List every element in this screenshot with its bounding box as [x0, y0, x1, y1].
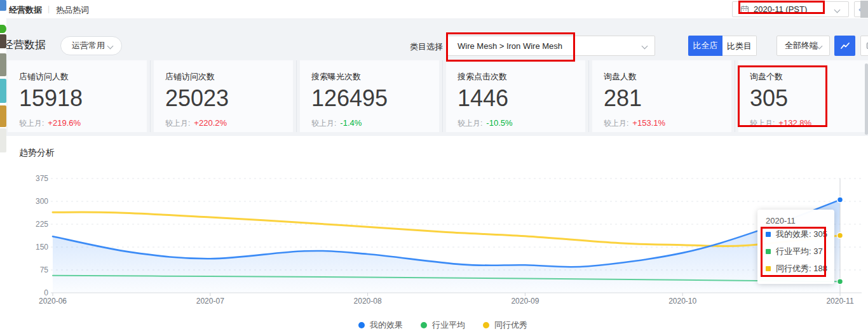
dashboard-screen: 经营数据 | 热品热词 2020-11 (PST) 经营数据 运营常用 类目选择…	[0, 0, 868, 336]
thumbnail-image	[0, 34, 6, 48]
chart-view-button[interactable]	[834, 36, 855, 56]
stat-card-mom: 较上月:-1.4%	[311, 118, 439, 129]
thumbnail-image	[0, 79, 6, 103]
svg-text:375: 375	[36, 174, 48, 183]
stat-card-label: 店铺访问次数	[165, 71, 293, 83]
svg-text:75: 75	[40, 265, 49, 274]
tooltip-row-0: 我的效果: 305	[766, 225, 834, 243]
mom-label: 较上月:	[19, 119, 44, 128]
stat-card-value: 126495	[311, 87, 439, 110]
legend-label: 同行优秀	[494, 319, 527, 331]
legend-dot-icon	[421, 322, 427, 328]
compare-category-button[interactable]: 比类目	[722, 36, 757, 56]
preset-select[interactable]: 运营常用	[60, 36, 122, 55]
stat-card-label: 店铺访问人数	[19, 71, 147, 83]
legend-label: 行业平均	[432, 319, 465, 331]
svg-text:2020-06: 2020-06	[39, 297, 67, 306]
date-picker[interactable]: 2020-11 (PST)	[732, 1, 849, 17]
mom-value: -10.5%	[486, 118, 512, 128]
stat-card-value: 305	[750, 87, 868, 110]
svg-text:0: 0	[44, 288, 48, 297]
stat-card-3[interactable]: 搜索点击次数1446较上月:-10.5%	[446, 60, 585, 132]
scrollbar-top[interactable]	[860, 1, 868, 18]
left-edge-thumbnail-strip	[0, 0, 6, 336]
mom-label: 较上月:	[750, 119, 775, 128]
stat-card-5[interactable]: 询盘个数305较上月:+132.8%	[738, 60, 868, 132]
stat-card-mom: 较上月:+153.1%	[604, 118, 731, 129]
stat-card-label: 询盘人数	[604, 71, 731, 83]
compare-store-button[interactable]: 比全店	[688, 36, 722, 56]
mom-value: +153.1%	[632, 118, 665, 128]
stat-card-mom: 较上月:+219.6%	[19, 118, 147, 129]
stat-card-mom: 较上月:+132.8%	[750, 118, 868, 129]
chevron-down-icon	[642, 43, 648, 50]
legend-dot-icon	[483, 322, 489, 328]
card-divider	[296, 60, 297, 132]
category-select-value: Wire Mesh > Iron Wire Mesh	[458, 41, 562, 51]
stat-card-value: 281	[604, 87, 731, 110]
terminal-select-value: 全部终端	[785, 40, 818, 51]
svg-text:225: 225	[36, 220, 48, 229]
tooltip-series-marker	[766, 232, 771, 237]
date-picker-value: 2020-11 (PST)	[754, 4, 807, 14]
tab-business-data[interactable]: 经营数据	[9, 4, 42, 16]
chart-tooltip: 2020-11 我的效果: 305行业平均: 37同行优秀: 188	[757, 210, 834, 284]
svg-text:2020-07: 2020-07	[196, 297, 224, 306]
stat-card-2[interactable]: 搜索曝光次数126495较上月:-1.4%	[300, 60, 439, 132]
svg-text:2020-10: 2020-10	[668, 297, 696, 306]
stat-card-mom: 较上月:-10.5%	[458, 118, 585, 129]
preset-select-value: 运营常用	[72, 40, 105, 51]
legend-item-0[interactable]: 我的效果	[358, 319, 403, 331]
top-bar: 经营数据 | 热品热词 2020-11 (PST)	[0, 0, 868, 19]
thumbnail-image	[0, 25, 6, 33]
tooltip-series-value: 行业平均: 37	[776, 246, 823, 257]
mom-label: 较上月:	[165, 119, 190, 128]
tooltip-row-2: 同行优秀: 188	[766, 260, 834, 277]
mom-value: +132.8%	[778, 118, 811, 128]
tooltip-series-value: 我的效果: 305	[776, 229, 827, 240]
scrollbar-right[interactable]	[865, 64, 868, 135]
mom-value: +220.2%	[194, 118, 227, 128]
calendar-icon	[740, 5, 749, 14]
tab-divider: |	[48, 4, 50, 13]
mom-value: -1.4%	[340, 118, 362, 128]
legend-item-1[interactable]: 行业平均	[421, 319, 465, 331]
card-divider	[735, 60, 735, 132]
stat-card-label: 搜索点击次数	[458, 71, 585, 83]
tooltip-series-value: 同行优秀: 188	[776, 263, 827, 274]
table-view-button[interactable]	[860, 36, 868, 56]
stat-card-label: 询盘个数	[750, 71, 868, 83]
tooltip-row-1: 行业平均: 37	[766, 243, 834, 260]
stat-card-1[interactable]: 店铺访问次数25023较上月:+220.2%	[154, 60, 293, 132]
thumbnail-image	[0, 0, 6, 11]
mom-label: 较上月:	[604, 119, 628, 128]
stat-card-value: 1446	[458, 87, 585, 110]
svg-text:150: 150	[36, 243, 48, 252]
svg-text:300: 300	[36, 197, 48, 206]
tooltip-series-marker	[766, 249, 771, 254]
stat-card-mom: 较上月:+220.2%	[165, 118, 293, 129]
stat-card-4[interactable]: 询盘人数281较上月:+153.1%	[592, 60, 731, 132]
stat-card-label: 搜索曝光次数	[311, 71, 439, 83]
section-title: 经营数据	[3, 37, 46, 52]
svg-text:2020-11: 2020-11	[826, 297, 853, 306]
mom-value: +219.6%	[48, 118, 81, 128]
tooltip-series-marker	[766, 266, 771, 271]
category-select-label: 类目选择	[410, 41, 443, 53]
terminal-select[interactable]: 全部终端	[776, 36, 830, 56]
legend-label: 我的效果	[370, 319, 403, 331]
card-divider	[442, 60, 443, 132]
chevron-down-icon	[107, 43, 114, 50]
stat-card-0[interactable]: 店铺访问人数15918较上月:+219.6%	[8, 60, 147, 132]
line-chart-icon	[840, 41, 850, 50]
chart-legend: 我的效果行业平均同行优秀	[9, 319, 868, 331]
stat-card-value: 25023	[165, 87, 293, 110]
svg-text:2020-09: 2020-09	[511, 297, 539, 306]
legend-item-2[interactable]: 同行优秀	[483, 319, 527, 331]
legend-dot-icon	[358, 322, 365, 328]
mom-label: 较上月:	[311, 119, 336, 128]
stat-card-value: 15918	[19, 87, 147, 110]
tab-hot-products-keywords[interactable]: 热品热词	[56, 4, 89, 16]
card-divider	[588, 60, 589, 132]
category-select[interactable]: Wire Mesh > Iron Wire Mesh	[447, 36, 655, 56]
